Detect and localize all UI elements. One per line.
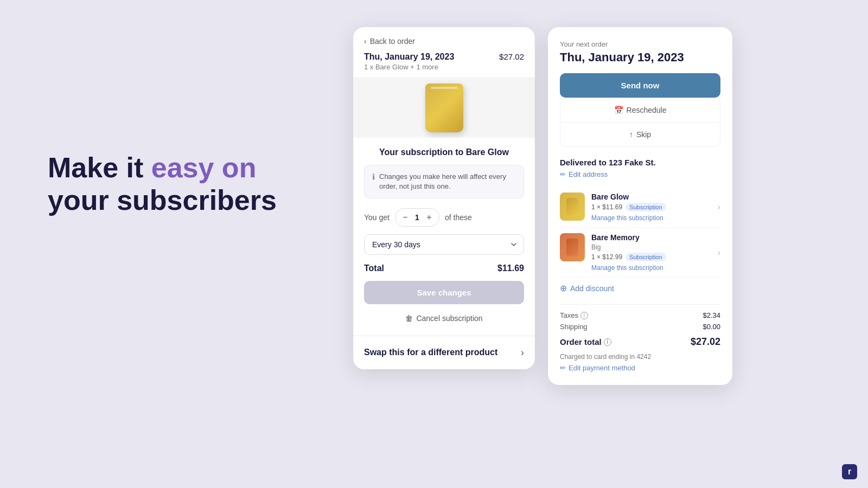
bare-memory-variant: Big bbox=[591, 243, 711, 251]
swap-section[interactable]: Swap this for a different product › bbox=[353, 336, 535, 369]
bare-memory-price-row: 1 × $12.99 Subscription bbox=[591, 253, 711, 261]
frequency-select[interactable]: Every 30 days Every 60 days Every 90 day… bbox=[364, 234, 524, 255]
bare-glow-price: 1 × $11.69 bbox=[591, 203, 622, 211]
payment-info: Charged to card ending in 4242 bbox=[560, 353, 720, 361]
taxes-info-icon: i bbox=[580, 312, 588, 319]
reschedule-label: Reschedule bbox=[627, 106, 667, 114]
skip-label: Skip bbox=[636, 130, 651, 139]
product-image-area bbox=[353, 78, 535, 138]
bare-glow-name: Bare Glow bbox=[591, 192, 711, 201]
back-label: Back to order bbox=[370, 37, 415, 46]
logo-mark: r bbox=[842, 464, 857, 479]
send-now-button[interactable]: Send now bbox=[560, 73, 720, 98]
hero-title-part2: your subscribers bbox=[48, 184, 277, 216]
cancel-subscription-link[interactable]: 🗑 Cancel subscription bbox=[364, 311, 524, 326]
bare-memory-manage-link[interactable]: Manage this subscription bbox=[591, 264, 711, 272]
edit-address-label: Edit address bbox=[569, 170, 608, 178]
order-total-value: $27.02 bbox=[691, 336, 720, 348]
info-text: Changes you make here will affect every … bbox=[379, 172, 516, 191]
reschedule-button[interactable]: 📅 Reschedule bbox=[560, 98, 720, 122]
taxes-label: Taxes i bbox=[560, 311, 588, 319]
delivery-title: Delivered to 123 Fake St. bbox=[560, 158, 720, 167]
bare-glow-manage-link[interactable]: Manage this subscription bbox=[591, 214, 711, 222]
add-discount-button[interactable]: ⊕ Add discount bbox=[560, 278, 720, 299]
product-item-bare-memory: Bare Memory Big 1 × $12.99 Subscription … bbox=[560, 228, 720, 278]
bare-glow-thumbnail bbox=[560, 192, 585, 221]
subscription-title: Your subscription to Bare Glow bbox=[364, 147, 524, 157]
calendar-icon: 📅 bbox=[614, 106, 623, 114]
bare-memory-details: Bare Memory Big 1 × $12.99 Subscription … bbox=[591, 233, 711, 272]
order-total-info-icon: i bbox=[604, 338, 611, 346]
edit-address-icon: ✏ bbox=[560, 170, 566, 178]
shipping-value: $0.00 bbox=[703, 323, 720, 331]
bare-memory-badge: Subscription bbox=[626, 253, 666, 261]
next-order-date: Thu, January 19, 2023 bbox=[560, 50, 720, 65]
brand-logo: r bbox=[842, 464, 857, 479]
edit-payment-link[interactable]: ✏ Edit payment method bbox=[560, 364, 720, 372]
taxes-value: $2.34 bbox=[703, 311, 720, 319]
quantity-suffix: of these bbox=[445, 213, 472, 222]
order-total-label: Order total i bbox=[560, 337, 611, 346]
product-can-image bbox=[425, 84, 463, 132]
shipping-label: Shipping bbox=[560, 323, 588, 331]
order-date: Thu, January 19, 2023 bbox=[364, 52, 454, 62]
info-box: ℹ Changes you make here will affect ever… bbox=[364, 165, 524, 198]
delivery-section: Delivered to 123 Fake St. ✏ Edit address bbox=[560, 158, 720, 178]
edit-payment-icon: ✏ bbox=[560, 364, 566, 372]
quantity-increase-button[interactable]: + bbox=[423, 211, 436, 224]
hero-title-part1: Make it bbox=[48, 152, 151, 183]
bare-glow-chevron-icon: › bbox=[718, 202, 720, 212]
skip-button[interactable]: ↑ Skip bbox=[560, 122, 720, 146]
total-row: Total $11.69 bbox=[364, 264, 524, 273]
add-discount-label: Add discount bbox=[570, 284, 614, 293]
bare-memory-chevron-icon: › bbox=[718, 248, 720, 258]
quantity-row: You get − 1 + of these bbox=[364, 208, 524, 227]
action-buttons-wrapper: 📅 Reschedule ↑ Skip bbox=[560, 98, 720, 147]
order-totals: Taxes i $2.34 Shipping $0.00 Order total… bbox=[560, 304, 720, 348]
edit-address-link[interactable]: ✏ Edit address bbox=[560, 170, 720, 178]
swap-title: Swap this for a different product bbox=[364, 347, 497, 358]
bare-memory-thumbnail bbox=[560, 233, 585, 261]
bare-memory-name: Bare Memory bbox=[591, 233, 711, 242]
subscription-section: Your subscription to Bare Glow ℹ Changes… bbox=[353, 138, 535, 336]
save-changes-button[interactable]: Save changes bbox=[364, 281, 524, 304]
back-chevron-icon: ‹ bbox=[364, 37, 367, 46]
quantity-value: 1 bbox=[412, 213, 423, 222]
order-amount: $27.02 bbox=[499, 52, 524, 61]
info-icon: ℹ bbox=[372, 172, 375, 191]
bare-memory-price: 1 × $12.99 bbox=[591, 253, 622, 261]
quantity-control: − 1 + bbox=[395, 208, 439, 227]
order-items: 1 x Bare Glow + 1 more bbox=[364, 63, 454, 71]
edit-payment-label: Edit payment method bbox=[569, 364, 635, 372]
bare-glow-badge: Subscription bbox=[626, 203, 666, 211]
trash-icon: 🗑 bbox=[405, 314, 413, 323]
cancel-label: Cancel subscription bbox=[416, 314, 482, 323]
swap-chevron-icon: › bbox=[521, 347, 524, 358]
bare-glow-details: Bare Glow 1 × $11.69 Subscription Manage… bbox=[591, 192, 711, 222]
quantity-decrease-button[interactable]: − bbox=[399, 211, 412, 224]
hero-section: Make it easy on your subscribers bbox=[48, 152, 277, 217]
hero-title-accent: easy on bbox=[151, 152, 257, 183]
add-discount-icon: ⊕ bbox=[560, 283, 567, 293]
order-date-row: Thu, January 19, 2023 1 x Bare Glow + 1 … bbox=[364, 52, 524, 71]
total-amount: $11.69 bbox=[497, 264, 524, 273]
shipping-row: Shipping $0.00 bbox=[560, 323, 720, 331]
card-header: ‹ Back to order Thu, January 19, 2023 1 … bbox=[353, 27, 535, 78]
total-label: Total bbox=[364, 264, 384, 273]
quantity-label: You get bbox=[364, 213, 390, 222]
order-total-row: Order total i $27.02 bbox=[560, 336, 720, 348]
back-link[interactable]: ‹ Back to order bbox=[364, 37, 524, 46]
taxes-row: Taxes i $2.34 bbox=[560, 311, 720, 319]
bare-glow-price-row: 1 × $11.69 Subscription bbox=[591, 203, 711, 211]
skip-icon: ↑ bbox=[629, 130, 633, 139]
hero-title: Make it easy on your subscribers bbox=[48, 152, 277, 217]
subscription-management-card: ‹ Back to order Thu, January 19, 2023 1 … bbox=[353, 27, 535, 369]
product-item-bare-glow: Bare Glow 1 × $11.69 Subscription Manage… bbox=[560, 187, 720, 228]
order-summary-card: Your next order Thu, January 19, 2023 Se… bbox=[548, 27, 732, 385]
next-order-label: Your next order bbox=[560, 40, 720, 48]
